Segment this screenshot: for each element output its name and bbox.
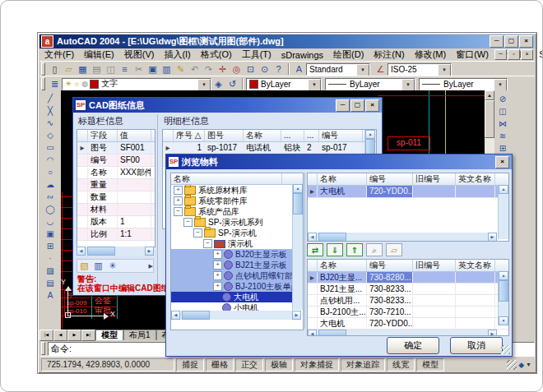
table-row[interactable]: ▸图号SF001 [77, 142, 155, 154]
dialog-resize-grip[interactable] [501, 345, 510, 354]
cut-icon[interactable]: ✂ [132, 63, 146, 76]
layer-combo[interactable]: ☀ ☼ ◍ 文字 ▼ [62, 78, 211, 90]
open-icon[interactable]: ▱ [62, 63, 76, 76]
tree-item[interactable]: 小电机 [171, 302, 303, 311]
column-header[interactable]: 编号 [367, 173, 413, 185]
pane-splitter[interactable] [157, 114, 158, 290]
toggle-model-space[interactable]: 模型 [416, 358, 444, 371]
toolbar-overflow-icon[interactable]: ▶ [149, 263, 153, 270]
tree-item[interactable]: −SP-演示机 [171, 228, 303, 238]
command-grip[interactable] [41, 342, 45, 355]
close-button[interactable]: × [519, 35, 533, 48]
scrollbar-thumb[interactable] [318, 330, 346, 336]
table-row[interactable]: 名称XXX部件 [77, 167, 155, 179]
menu-sp-pdm-plugin[interactable]: SP-PDM插件(P) [534, 48, 543, 61]
toggle-ortho[interactable]: 正交 [235, 358, 263, 371]
tree-item[interactable]: +系统原材料库 [171, 185, 303, 196]
table-row[interactable]: 比例1:1 [77, 228, 155, 241]
copy-object-icon[interactable]: ◫ [496, 105, 510, 118]
chevron-down-icon[interactable]: ▼ [308, 79, 321, 91]
copy-icon[interactable]: ▣ [146, 63, 160, 76]
dialog-minimize-button[interactable]: ─ [336, 99, 350, 112]
vertical-scrollbar[interactable]: ▲ [292, 184, 303, 310]
tab-first-icon[interactable]: |◀ [39, 330, 53, 341]
construction-line-icon[interactable]: ╳ [44, 104, 58, 117]
scroll-up-icon[interactable]: ▲ [293, 184, 303, 193]
table-row[interactable]: BJ21主显... 730-8233... [308, 284, 508, 295]
export-up-icon[interactable]: ⇑ [346, 243, 363, 256]
zoom-window-icon[interactable]: ⊡ [244, 63, 258, 76]
chevron-down-icon[interactable]: ▼ [494, 79, 507, 91]
table-row[interactable]: 点钞机用... 730-8233... [308, 295, 508, 307]
redo-icon[interactable]: ↷ [202, 63, 216, 76]
search-icon[interactable]: ⌕ [366, 243, 383, 256]
save-icon[interactable]: ▦ [76, 63, 90, 76]
new-icon[interactable]: ▯ [48, 63, 62, 76]
minimize-button[interactable]: ─ [490, 35, 504, 48]
scroll-left-icon[interactable]: ◀ [171, 311, 180, 320]
table-row[interactable]: 大电机 720-YDD0... [308, 318, 508, 330]
column-header[interactable]: 英文名称 [456, 260, 495, 271]
tree-item[interactable]: −SP-演示机系列 [171, 217, 303, 228]
tree-item[interactable]: +系统零部件库 [171, 196, 303, 206]
toggle-polar[interactable]: 极轴 [265, 358, 293, 371]
undo-icon[interactable]: ↶ [188, 63, 202, 76]
column-header[interactable]: ... [304, 130, 319, 141]
expand-icon[interactable]: + [213, 271, 222, 280]
column-header[interactable]: ... [281, 130, 304, 141]
dim-style-combo[interactable]: ISO-25 ▼ [388, 63, 452, 76]
tree-item[interactable]: −演示机 [171, 238, 303, 249]
table-row[interactable]: 编号SF00 [77, 154, 155, 167]
offset-icon[interactable]: ≋ [496, 130, 510, 142]
tree-header[interactable]: 名称 [171, 173, 282, 184]
vertical-scrollbar[interactable]: ▲ ▼ [498, 271, 508, 325]
dim-style-icon[interactable]: ∠ [374, 63, 388, 76]
communication-center-icon[interactable]: ◆ [518, 361, 524, 369]
chevron-down-icon[interactable]: ▼ [356, 64, 369, 76]
scrollbar-thumb[interactable] [499, 280, 508, 302]
table-row[interactable]: BJ-2100主... 730-7210... [308, 307, 508, 318]
polygon-icon[interactable]: ◇ [44, 129, 58, 141]
column-header[interactable]: 名称 [244, 130, 281, 141]
horizontal-scrollbar[interactable]: ◀ ▶ [171, 311, 301, 320]
scroll-left-icon[interactable]: ◀ [308, 330, 317, 336]
table-row-selected[interactable]: ▸ BJ20主显... 730-8280... [308, 272, 508, 284]
text-style-combo[interactable]: Standard ▼ [306, 63, 370, 76]
rectangle-icon[interactable]: ▭ [44, 141, 58, 154]
expand-icon[interactable]: + [213, 250, 222, 259]
import-down-icon[interactable]: ⇓ [327, 243, 343, 256]
scroll-up-icon[interactable]: ▲ [365, 130, 375, 139]
scroll-right-icon[interactable]: ▶ [145, 247, 154, 256]
menu-window[interactable]: 窗口(W) [451, 48, 494, 61]
menu-file[interactable]: 文件(F) [39, 48, 79, 61]
scroll-left-icon[interactable]: ◀ [308, 233, 317, 242]
scrollbar-thumb[interactable] [182, 311, 210, 320]
column-header[interactable]: 图号 [205, 130, 244, 141]
collapse-icon[interactable]: − [193, 228, 202, 238]
menu-view[interactable]: 视图(V) [119, 48, 160, 61]
tree-item-selected[interactable]: 大电机 [171, 292, 303, 302]
polyline-icon[interactable]: ∿ [44, 117, 58, 129]
text-style-icon[interactable]: A [292, 63, 306, 76]
tree-item[interactable]: −系统产品库 [171, 206, 303, 217]
tree-item[interactable]: +BJ-2100主板单点 [171, 281, 303, 292]
add-gear-icon[interactable]: ✳ [105, 260, 119, 272]
menu-modify[interactable]: 修改(M) [410, 48, 452, 61]
maximize-button[interactable]: ▢ [504, 35, 518, 48]
column-header[interactable]: 旧编号 [413, 173, 456, 185]
paste-icon[interactable]: ▥ [160, 63, 174, 76]
scrollbar-thumb[interactable] [293, 193, 303, 214]
toggle-osnap[interactable]: 对象捕捉 [295, 358, 339, 371]
column-header[interactable]: 字段 [88, 130, 118, 141]
menu-tools[interactable]: 工具(T) [237, 48, 276, 61]
menu-edit[interactable]: 编辑(E) [79, 48, 119, 61]
browse-title-bar[interactable]: SP 浏览物料 × [166, 154, 512, 169]
cad-info-title-bar[interactable]: SP CAD图纸信息 ─ ▢ × [73, 98, 382, 113]
plot-icon[interactable]: ▤ [90, 63, 104, 76]
material-list-table[interactable]: 名称 编号 旧编号 英文名称 ▸ BJ20主显... 730-8280... B… [307, 259, 509, 336]
circle-icon[interactable]: ○ [44, 166, 58, 178]
toggle-lineweight[interactable]: 线宽 [387, 358, 415, 371]
collapse-icon[interactable]: − [203, 239, 212, 248]
plot-preview-icon[interactable]: ◫ [104, 63, 118, 76]
column-header[interactable]: 旧编号 [413, 260, 456, 271]
